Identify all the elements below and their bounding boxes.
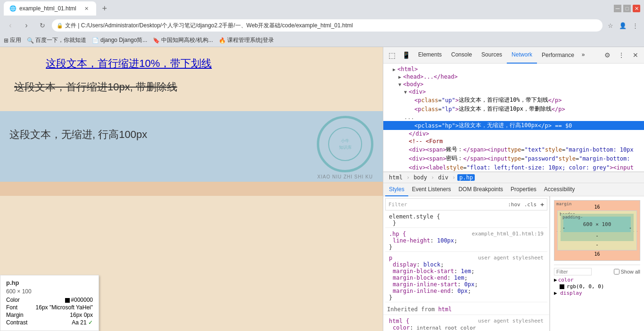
bookmark-baidu[interactable]: 🔍 百度一下，你就知道 (27, 36, 86, 44)
bm-margin-label: margin (556, 202, 572, 206)
tree-line-autologin[interactable]: <div><label style="float: left;font-size… (383, 163, 633, 172)
tab-more[interactable]: » (579, 47, 588, 64)
tab-sources[interactable]: Sources (477, 47, 507, 64)
show-all-label: Show all (614, 269, 640, 274)
tooltip-contrast-value: Aa 21 ✓ (72, 319, 93, 326)
tree-line-ellipsis[interactable]: ... (383, 113, 644, 121)
text-up: 这段文本，首行缩进10%，带下划线 (9, 57, 373, 71)
tree-line-account[interactable]: <div><span>账号： </span><input type="text"… (383, 145, 633, 154)
bookmark-django-label: django Django简... (100, 36, 147, 44)
watermark-svg: 小牛 知识库 (326, 125, 364, 163)
tab-performance[interactable]: Performance (537, 47, 579, 64)
computed-color-row: ▶ color rgb(0, 0, 0) (554, 276, 640, 290)
devtools-topbar: ⬚ 📱 Elements Console Sources Network Per… (383, 47, 644, 64)
subtab-dom-breakpoints[interactable]: DOM Breakpoints (454, 183, 507, 196)
style-block-close: } (393, 220, 544, 226)
tree-line-html[interactable]: ▶ <html> (383, 65, 644, 73)
tab-network[interactable]: Network (507, 47, 537, 64)
zhiwang-icon: 🔖 (153, 37, 160, 44)
bookmark-zhiwang[interactable]: 🔖 中国知网高校/机构... (153, 36, 213, 44)
bookmark-star-icon[interactable]: ☆ (605, 20, 616, 31)
computed-display-row[interactable]: ▶ display (554, 290, 640, 297)
devtools-more-button[interactable]: ⋮ (615, 48, 628, 62)
tree-line-password[interactable]: <div><span>密码： </span><input type="passw… (383, 154, 633, 163)
box-model-margin: margin - - 16 border - - (554, 200, 640, 261)
styles-filter-bar: Filter :hov .cls + (385, 198, 547, 210)
tab-console[interactable]: Console (446, 47, 477, 64)
maximize-button[interactable]: □ (623, 5, 631, 12)
reload-button[interactable]: ↻ (36, 19, 49, 32)
tab-close-button[interactable]: ✕ (83, 5, 91, 12)
devtools-settings-button[interactable]: ⚙ (601, 48, 614, 62)
sub-tabs: Styles Event Listeners DOM Breakpoints P… (383, 183, 644, 196)
window-controls: ─ □ ✕ (614, 5, 640, 12)
url-bar[interactable]: 🔒 文件 | C:/Users/Administrator/Desktop/个人… (52, 19, 603, 32)
tooltip-margin-value: 16px 0px (70, 312, 93, 318)
tree-line-p-hp[interactable]: <p class="hp">这段文本，无缩进，行高100px</p> == $0 (383, 121, 644, 130)
title-bar: 🌐 example_html_01.html ✕ + ─ □ ✕ (0, 0, 644, 17)
tree-line-p-lp[interactable]: <p class="lp">这段文本，首行缩进10px，带删除线</p> (383, 105, 644, 113)
tree-line-comment[interactable]: <!-- <Form (383, 137, 644, 145)
tree-line-body[interactable]: ▼ <body> (383, 81, 644, 88)
close-button[interactable]: ✕ (633, 5, 640, 12)
address-bar: ‹ › ↻ 🔒 文件 | C:/Users/Administrator/Desk… (0, 17, 644, 34)
tree-line-div-close[interactable]: </div> (383, 130, 644, 137)
box-model-padding: padding- - - 600 × 100 - (561, 214, 634, 241)
breadcrumb-p-hp[interactable]: p.hp (457, 174, 475, 181)
subtab-styles[interactable]: Styles (385, 183, 408, 196)
user-icon[interactable]: 👤 (618, 20, 628, 31)
show-all-checkbox[interactable] (614, 269, 619, 274)
browser-tab[interactable]: 🌐 example_html_01.html ✕ (4, 1, 96, 16)
tree-triangle: ▶ (398, 74, 403, 80)
back-button[interactable]: ‹ (4, 19, 17, 32)
style-block-p-agent: p user agent stylesheet display: block; … (385, 254, 547, 302)
new-tab-button[interactable]: + (98, 2, 111, 15)
hover-pseudo-button[interactable]: :hov (508, 202, 520, 208)
tree-triangle (404, 131, 409, 137)
style-block-selector: element.style { (389, 213, 544, 220)
tree-line-head[interactable]: ▶ <head>...</head> (383, 73, 644, 81)
web-page: 这段文本，首行缩进10%，带下划线 这段文本，首行缩进10px, 带删除线 这段… (0, 47, 383, 331)
subtab-event-listeners[interactable]: Event Listeners (408, 183, 455, 196)
security-icon: 🔒 (57, 23, 63, 29)
bottom-panel: Styles Event Listeners DOM Breakpoints P… (383, 183, 644, 331)
inherited-from-html: Inherited from html (383, 304, 549, 315)
computed-filter-row: Show all (554, 267, 640, 276)
show-all-text: Show all (620, 269, 640, 274)
django-icon: 📄 (92, 37, 99, 44)
main-area: 这段文本，首行缩进10%，带下划线 这段文本，首行缩进10px, 带删除线 这段… (0, 47, 644, 331)
subtab-accessibility[interactable]: Accessibility (540, 183, 578, 196)
computed-color-expand[interactable]: ▶ color (554, 276, 640, 283)
minimize-button[interactable]: ─ (614, 5, 621, 12)
svg-text:小牛: 小牛 (341, 138, 349, 143)
bookmark-django[interactable]: 📄 django Django简... (92, 36, 147, 44)
url-text: 文件 | C:/Users/Administrator/Desktop/个人学习… (65, 22, 353, 30)
apps-icon: ⊞ (4, 37, 8, 44)
html-prop-color: color: internal root color (393, 324, 544, 331)
tab-elements[interactable]: Elements (413, 47, 446, 64)
class-button[interactable]: .cls (524, 202, 537, 208)
inspect-element-button[interactable]: ⬚ (385, 48, 398, 62)
bookmark-apps[interactable]: ⊞ 应用 (4, 36, 21, 44)
tooltip-margin-row: Margin 16px 0px (6, 312, 93, 318)
forward-button[interactable]: › (20, 19, 33, 32)
breadcrumb-body[interactable]: body (412, 174, 429, 181)
tree-triangle: ▼ (404, 89, 409, 95)
style-block-element: element.style { } (385, 212, 547, 228)
box-model-border: border - - padding- - - (557, 210, 637, 250)
devtools-close-button[interactable]: ✕ (629, 48, 642, 62)
breadcrumb-html[interactable]: html (387, 174, 405, 181)
tree-line-p-up[interactable]: <p class="up">这段文本，首行缩进10%，带下划线</p> (383, 96, 644, 105)
p-prop-margin-inline-start: margin-inline-start: 0px; (393, 281, 544, 288)
computed-filter-input[interactable] (554, 268, 592, 275)
tree-line-div[interactable]: ▼ <div> (383, 88, 644, 96)
bookmark-course[interactable]: 🔥 课程管理系统|登录 (219, 36, 274, 44)
add-style-button[interactable]: + (540, 201, 544, 208)
html-tree[interactable]: ▶ <html> ▶ <head>...</head> ▼ <body> ▼ <… (383, 64, 644, 172)
device-toolbar-button[interactable]: 📱 (399, 48, 413, 62)
tooltip-contrast-row: Contrast Aa 21 ✓ (6, 319, 93, 326)
menu-icon[interactable]: ⋮ (630, 20, 640, 31)
breadcrumb-div[interactable]: div (436, 174, 450, 181)
hp-prop-line-height: line-height: 100px; (393, 237, 544, 244)
subtab-properties[interactable]: Properties (507, 183, 540, 196)
